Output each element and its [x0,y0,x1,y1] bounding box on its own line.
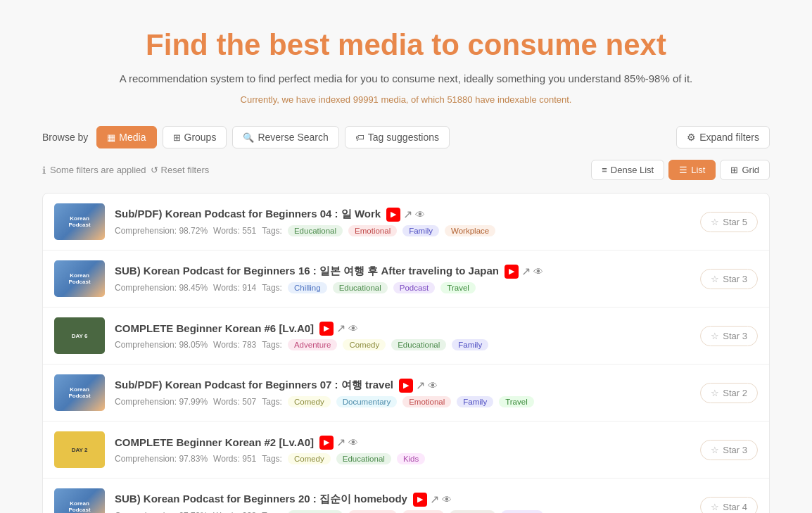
external-link-icon[interactable]: ↗ [416,379,425,392]
media-title: COMPLETE Beginner Korean #6 [Lv.A0] [115,322,314,334]
tag: Educational [391,339,446,350]
view-list-label: List [691,165,705,175]
filter-icon: ⚙ [687,132,696,143]
star-icon: ☆ [711,502,719,512]
tag: Educational [288,225,343,236]
star-button[interactable]: ☆ Star 3 [700,269,758,289]
grid-icon: ⊞ [730,165,738,175]
browse-reverse-label: Reverse Search [258,132,328,143]
filter-info: ℹ Some filters are applied ↺ Reset filte… [42,165,209,176]
media-thumbnail: KoreanPodcast [54,203,105,240]
tag: Educational [288,510,343,513]
tag: Family [457,396,493,407]
media-icons: ▶ ↗ 👁 [319,436,358,450]
tags-label: Tags: [262,283,282,293]
external-link-icon[interactable]: ↗ [430,493,439,506]
eye-icon[interactable]: 👁 [442,494,452,505]
tag: Emotional [402,396,451,407]
eye-icon[interactable]: 👁 [428,380,438,391]
star-button[interactable]: ☆ Star 5 [700,212,758,232]
eye-icon[interactable]: 👁 [533,266,543,277]
star-count: Star 2 [723,388,747,398]
media-icons: ▶ ↗ 👁 [319,322,358,336]
tag: Chilling [288,282,327,293]
tag: Family [452,339,488,350]
youtube-icon[interactable]: ▶ [386,208,400,222]
tag: Nostalgic [450,510,495,513]
tag: Kids [397,453,425,464]
media-item: KoreanPodcast Sub/PDF) Korean Podcast fo… [43,365,769,422]
media-info: Sub/PDF) Korean Podcast for Beginners 04… [115,208,690,236]
filter-bar: ℹ Some filters are applied ↺ Reset filte… [42,160,770,180]
external-link-icon[interactable]: ↗ [336,436,345,449]
groups-icon: ⊞ [173,132,181,143]
youtube-icon[interactable]: ▶ [505,265,519,279]
tag: Podcast [393,282,436,293]
words-label: Words: 507 [213,397,256,407]
media-title: Sub/PDF) Korean Podcast for Beginners 07… [115,379,393,392]
reset-filters-button[interactable]: ↺ Reset filters [151,165,210,175]
view-dense-label: Dense List [611,165,654,175]
youtube-icon[interactable]: ▶ [399,379,413,393]
external-link-icon[interactable]: ↗ [521,265,531,278]
media-item: KoreanPodcast Sub/PDF) Korean Podcast fo… [43,194,769,251]
youtube-icon[interactable]: ▶ [413,493,427,507]
star-icon: ☆ [711,445,719,455]
comprehension-label: Comprehension: 97.99% [115,397,208,407]
tag: Travel [499,396,534,407]
eye-icon[interactable]: 👁 [348,323,358,334]
comprehension-label: Comprehension: 97.83% [115,454,208,464]
eye-icon[interactable]: 👁 [415,209,425,220]
browse-media-button[interactable]: ▦ Media [96,126,156,148]
star-count: Star 4 [723,502,747,512]
tag: Emotional [348,510,397,513]
comprehension-label: Comprehension: 98.72% [115,226,208,236]
media-icons: ▶ ↗ 👁 [413,493,452,507]
hero-section: Find the best media to consume next A re… [42,28,770,105]
expand-filters-label: Expand filters [699,132,759,143]
external-link-icon[interactable]: ↗ [403,208,412,221]
star-button[interactable]: ☆ Star 3 [700,440,758,460]
media-title-row: Sub/PDF) Korean Podcast for Beginners 04… [115,208,690,222]
star-count: Star 3 [723,445,747,455]
browse-label: Browse by [42,132,88,143]
media-meta: Comprehension: 97.79% Words: 928 Tags: E… [115,510,690,513]
star-button[interactable]: ☆ Star 2 [700,383,758,403]
view-toggle: ≡ Dense List ☰ List ⊞ Grid [591,160,770,180]
page-container: Find the best media to consume next A re… [0,0,812,513]
star-icon: ☆ [711,217,719,227]
media-info: SUB) Korean Podcast for Beginners 16 : 일… [115,265,690,293]
view-list-button[interactable]: ☰ List [668,160,716,180]
tag: Podcast [501,510,543,513]
browse-reverse-button[interactable]: 🔍 Reverse Search [232,126,338,148]
media-icons: ▶ ↗ 👁 [386,208,425,222]
expand-filters-button[interactable]: ⚙ Expand filters [676,126,770,148]
comprehension-label: Comprehension: 98.05% [115,340,208,350]
media-meta: Comprehension: 98.72% Words: 551 Tags: E… [115,225,690,236]
info-icon: ℹ [42,165,46,176]
star-count: Star 3 [723,331,747,341]
words-label: Words: 551 [213,226,256,236]
media-title: SUB) Korean Podcast for Beginners 16 : 일… [115,265,499,278]
media-thumbnail: KoreanPodcast [54,260,105,297]
view-grid-button[interactable]: ⊞ Grid [720,160,770,180]
words-label: Words: 951 [213,454,256,464]
page-subtitle: A recommendation system to find perfect … [42,70,770,87]
media-title-row: COMPLETE Beginner Korean #6 [Lv.A0] ▶ ↗ … [115,322,690,336]
tag: Comedy [288,453,331,464]
star-button[interactable]: ☆ Star 4 [700,497,758,513]
view-dense-button[interactable]: ≡ Dense List [591,160,664,180]
youtube-icon[interactable]: ▶ [319,322,334,336]
star-icon: ☆ [711,331,719,341]
tags-label: Tags: [262,340,282,350]
media-title: Sub/PDF) Korean Podcast for Beginners 04… [115,208,381,221]
browse-tags-button[interactable]: 🏷 Tag suggestions [345,126,450,148]
browse-groups-button[interactable]: ⊞ Groups [163,126,227,148]
media-info: COMPLETE Beginner Korean #6 [Lv.A0] ▶ ↗ … [115,322,690,350]
external-link-icon[interactable]: ↗ [336,322,345,335]
youtube-icon[interactable]: ▶ [319,436,334,450]
eye-icon[interactable]: 👁 [348,437,358,448]
media-title: COMPLETE Beginner Korean #2 [Lv.A0] [115,436,314,448]
star-icon: ☆ [711,388,719,398]
star-button[interactable]: ☆ Star 3 [700,326,758,346]
